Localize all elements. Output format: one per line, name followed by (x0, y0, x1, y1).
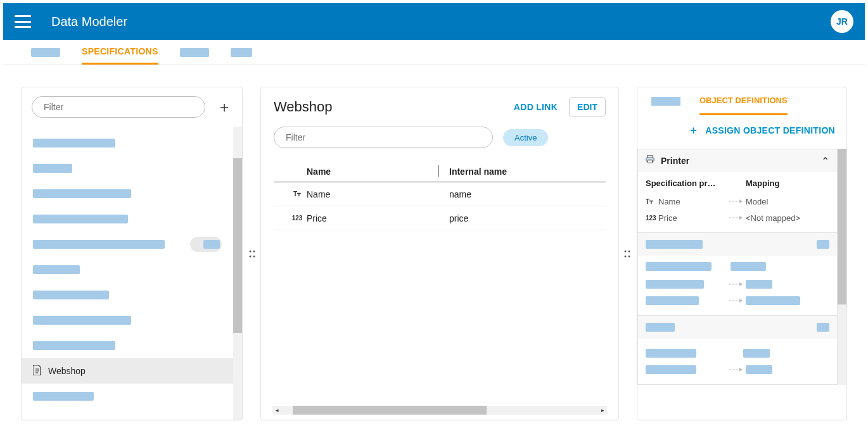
svg-point-7 (629, 255, 630, 257)
od-title: Printer (661, 156, 815, 166)
svg-point-2 (250, 255, 252, 257)
col-mapping: Mapping (746, 179, 779, 188)
tab-placeholder-3[interactable] (231, 40, 252, 65)
tab-object-definitions[interactable]: OBJECT DEFINITIONS (699, 87, 788, 115)
od-card-header[interactable] (638, 233, 837, 256)
printer-icon (646, 155, 654, 166)
text-type-icon: Tᴛ (288, 191, 307, 197)
column-name: Name (274, 166, 438, 177)
filter-input[interactable] (32, 96, 205, 118)
toggle[interactable] (190, 237, 222, 252)
od-card-printer: Printer ⌃ Specification pr… Mapping Tᴛ N… (637, 149, 838, 233)
assign-object-definition-button[interactable]: ＋ ASSIGN OBJECT DEFINITION (637, 115, 846, 149)
scroll-left-icon[interactable]: ◂ (272, 406, 281, 415)
od-card-placeholder (637, 316, 838, 385)
scrollbar[interactable] (838, 149, 846, 385)
edit-button[interactable]: EDIT (569, 97, 606, 116)
svg-point-5 (629, 250, 630, 252)
svg-rect-8 (648, 156, 653, 158)
tab-placeholder-1[interactable] (31, 40, 60, 65)
map-target: Model (746, 197, 768, 206)
status-badge[interactable]: Active (503, 129, 548, 146)
table-row[interactable]: Tᴛ Name name (274, 182, 606, 206)
tab-placeholder-2[interactable] (180, 40, 209, 65)
tab-specifications[interactable]: SPECIFICATIONS (82, 40, 158, 65)
svg-point-1 (253, 250, 255, 252)
text-type-icon: Tᴛ (646, 198, 658, 205)
map-target: <Not mapped> (746, 213, 800, 223)
od-card-header[interactable]: Printer ⌃ (638, 149, 837, 172)
drag-handle-icon[interactable] (247, 249, 257, 258)
column-internal-name: Internal name (449, 166, 507, 177)
list-item-webshop[interactable]: Webshop (22, 358, 233, 384)
map-name: Price (658, 213, 727, 223)
horizontal-scrollbar[interactable]: ◂ ▸ (272, 406, 607, 415)
svg-point-3 (253, 255, 255, 257)
object-definition-list: Printer ⌃ Specification pr… Mapping Tᴛ N… (637, 149, 846, 385)
avatar[interactable]: JR (831, 10, 853, 33)
map-name: Name (658, 197, 727, 206)
drag-handle-icon[interactable] (622, 249, 632, 258)
scrollbar[interactable] (233, 127, 242, 420)
specifications-panel: ＋ Webshop (21, 87, 243, 420)
file-icon (33, 365, 42, 377)
properties-table: Name Internal name Tᴛ Name name 123 Pric… (261, 157, 618, 230)
object-definitions-panel: OBJECT DEFINITIONS ＋ ASSIGN OBJECT DEFIN… (637, 87, 847, 420)
list-item-label: Webshop (48, 366, 86, 376)
row-internal: price (449, 213, 468, 223)
arrow-icon (727, 198, 746, 204)
od-card-header[interactable] (638, 316, 837, 339)
svg-point-6 (625, 255, 627, 257)
od-card-placeholder (637, 233, 838, 316)
menu-icon[interactable] (15, 15, 31, 28)
add-icon[interactable]: ＋ (217, 97, 232, 117)
top-tabs: SPECIFICATIONS (3, 40, 865, 65)
svg-rect-10 (648, 160, 653, 163)
filter-input[interactable] (274, 127, 493, 148)
arrow-icon (727, 215, 746, 221)
row-internal: name (449, 189, 471, 199)
app-header: Data Modeler JR (3, 3, 865, 40)
right-tab-placeholder[interactable] (651, 97, 680, 106)
spec-detail-panel: Webshop ADD LINK EDIT Active Name Intern… (260, 87, 619, 420)
spec-list[interactable]: Webshop (22, 127, 242, 420)
table-row[interactable]: 123 Price price (274, 206, 606, 230)
mapping-row[interactable]: Tᴛ Name Model (646, 193, 829, 210)
row-name: Price (307, 213, 438, 223)
app-title: Data Modeler (51, 15, 127, 29)
scroll-right-icon[interactable]: ▸ (598, 406, 607, 415)
number-type-icon: 123 (646, 215, 658, 222)
svg-point-0 (250, 250, 252, 252)
mapping-row[interactable]: 123 Price <Not mapped> (646, 210, 829, 226)
chevron-up-icon: ⌃ (821, 155, 829, 167)
add-link-button[interactable]: ADD LINK (514, 102, 558, 112)
plus-icon: ＋ (688, 123, 699, 137)
svg-point-4 (625, 250, 627, 252)
row-name: Name (307, 189, 438, 199)
number-type-icon: 123 (288, 215, 307, 222)
col-spec-property: Specification pr… (646, 179, 727, 188)
spec-title: Webshop (274, 99, 333, 115)
